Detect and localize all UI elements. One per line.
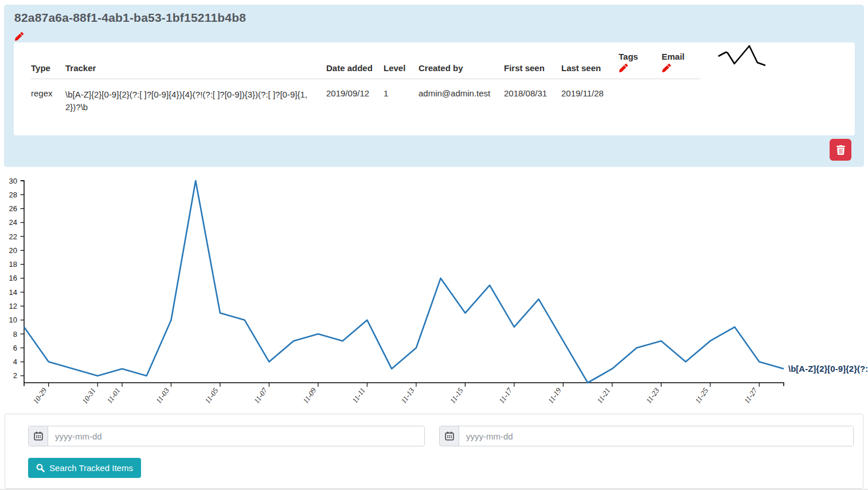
- svg-text:8: 8: [13, 330, 17, 339]
- cell-tags: [619, 79, 662, 114]
- pencil-icon: [662, 64, 671, 72]
- svg-text:16: 16: [9, 274, 17, 282]
- delete-tracker-button[interactable]: [830, 139, 851, 161]
- cell-last-seen: 2019/11/28: [561, 79, 619, 114]
- edit-tracker-button[interactable]: [14, 32, 24, 41]
- svg-text:4: 4: [13, 357, 17, 366]
- calendar-addon: [440, 426, 459, 446]
- pencil-icon: [619, 64, 628, 72]
- tracker-card: Type Tracker Date added Level Created by…: [14, 42, 855, 135]
- calendar-icon: [445, 431, 454, 441]
- activity-chart: 2468101214161820222426283010-2910-3111-0…: [0, 169, 868, 410]
- cell-created-by: admin@admin.test: [419, 79, 504, 114]
- column-header-email: Email: [662, 52, 700, 79]
- date-from-input[interactable]: [48, 426, 424, 446]
- svg-text:11-23: 11-23: [644, 386, 661, 405]
- svg-text:10-31: 10-31: [80, 386, 97, 405]
- svg-text:22: 22: [9, 232, 17, 241]
- svg-text:11-01: 11-01: [105, 386, 122, 405]
- svg-text:10: 10: [9, 316, 17, 324]
- svg-text:11-07: 11-07: [252, 386, 269, 405]
- edit-email-button[interactable]: [662, 64, 671, 73]
- cell-date-added: 2019/09/12: [326, 79, 384, 114]
- search-button-label: Search Tracked Items: [49, 463, 133, 473]
- sparkline-chart: [717, 44, 769, 70]
- column-header-type: Type: [31, 52, 65, 79]
- date-to-group: [439, 426, 854, 446]
- column-header-tracker: Tracker: [65, 52, 326, 79]
- svg-text:18: 18: [9, 260, 17, 269]
- calendar-icon: [34, 431, 43, 441]
- calendar-addon: [29, 426, 48, 446]
- cell-first-seen: 2018/08/31: [504, 79, 561, 114]
- svg-text:14: 14: [9, 288, 17, 297]
- magnifier-icon: [36, 464, 45, 472]
- svg-text:11-11: 11-11: [350, 386, 367, 405]
- svg-text:30: 30: [9, 177, 17, 185]
- pencil-icon: [15, 32, 24, 41]
- svg-text:11-19: 11-19: [546, 386, 563, 405]
- svg-text:2: 2: [13, 371, 17, 380]
- svg-text:11-15: 11-15: [448, 386, 465, 405]
- svg-text:28: 28: [9, 190, 17, 199]
- trash-icon: [836, 145, 845, 155]
- date-from-group: [28, 426, 425, 446]
- svg-text:11-25: 11-25: [693, 386, 710, 405]
- search-panel: Search Tracked Items: [5, 414, 863, 489]
- svg-text:11-21: 11-21: [595, 386, 612, 405]
- edit-tags-button[interactable]: [619, 64, 628, 73]
- table-row: regex \b[A-Z]{2}[0-9]{2}(?:[ ]?[0-9]{4})…: [31, 79, 700, 114]
- svg-text:26: 26: [9, 204, 17, 213]
- column-header-first-seen: First seen: [504, 52, 561, 79]
- svg-text:11-13: 11-13: [399, 386, 416, 405]
- svg-text:11-27: 11-27: [742, 386, 759, 405]
- svg-text:11-17: 11-17: [497, 386, 514, 405]
- svg-text:6: 6: [13, 344, 17, 352]
- date-to-input[interactable]: [459, 426, 853, 446]
- svg-text:20: 20: [9, 246, 17, 255]
- svg-text:\b[A-Z]{2}[0-9]{2}(?:[ ]: \b[A-Z]{2}[0-9]{2}(?:[ ]: [788, 364, 868, 374]
- svg-text:11-09: 11-09: [301, 386, 318, 405]
- cell-level: 1: [384, 79, 419, 114]
- cell-email: [662, 79, 700, 114]
- svg-text:11-03: 11-03: [154, 386, 171, 405]
- svg-text:12: 12: [9, 302, 17, 310]
- tracker-panel: 82a87a6a-88f1-4ab1-ba53-1bf15211b4b8 Typ…: [4, 5, 864, 167]
- column-header-date-added: Date added: [326, 52, 384, 79]
- cell-type: regex: [31, 79, 65, 114]
- page-title: 82a87a6a-88f1-4ab1-ba53-1bf15211b4b8: [14, 11, 246, 25]
- svg-text:10-29: 10-29: [32, 386, 49, 406]
- svg-text:24: 24: [9, 218, 17, 227]
- tracker-table: Type Tracker Date added Level Created by…: [31, 52, 700, 114]
- column-header-tags: Tags: [619, 52, 662, 79]
- svg-text:11-05: 11-05: [203, 386, 220, 405]
- column-header-last-seen: Last seen: [561, 52, 619, 79]
- cell-tracker: \b[A-Z]{2}[0-9]{2}(?:[ ]?[0-9]{4}){4}(?!…: [65, 79, 326, 114]
- column-header-created-by: Created by: [419, 52, 504, 79]
- search-tracked-items-button[interactable]: Search Tracked Items: [28, 458, 141, 478]
- column-header-level: Level: [384, 52, 419, 79]
